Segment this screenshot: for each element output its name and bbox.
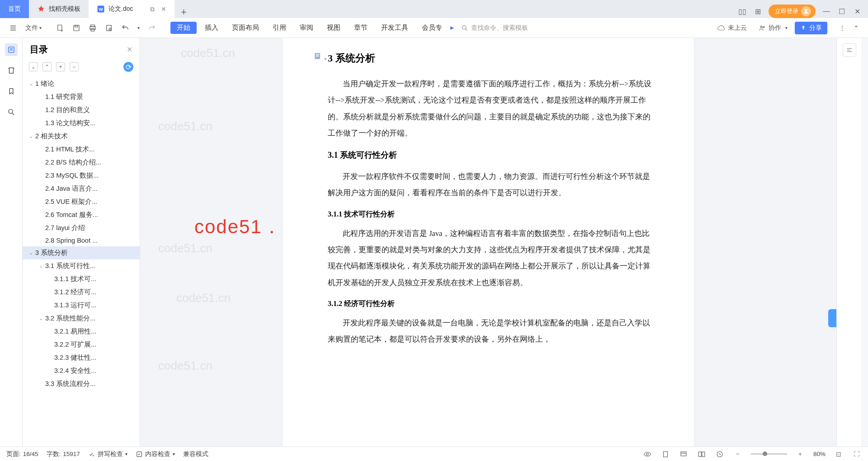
toc-item[interactable]: 2.1 HTML 技术... [23, 143, 140, 156]
print-layout-icon[interactable] [660, 449, 670, 459]
command-search[interactable]: 查找命令、搜索模板 [461, 24, 528, 32]
redo-icon[interactable] [145, 22, 159, 34]
outline-icon[interactable] [5, 43, 18, 56]
print-preview-icon[interactable] [102, 22, 116, 34]
toc-item[interactable]: 3.2.2 可扩展... [23, 338, 140, 351]
menu-insert[interactable]: 插入 [199, 24, 224, 32]
toc-item[interactable]: 2.8 Spring Boot ... [23, 235, 140, 246]
zoom-out-icon[interactable]: − [733, 449, 743, 459]
hamburger-icon[interactable] [6, 22, 20, 34]
login-button[interactable]: 立即登录 [769, 5, 816, 18]
maximize-icon[interactable]: ☐ [837, 7, 846, 16]
tab-bar: 首页 找稻壳模板 W 论文.doc ⧉ ✕ + ▯▯ ⊞ 立即登录 — ☐ ✕ [0, 0, 868, 18]
share-button[interactable]: 分享 [795, 22, 827, 34]
bookmark-icon[interactable] [5, 85, 18, 98]
tab-document[interactable]: W 论文.doc ⧉ ✕ [89, 0, 175, 18]
demote-icon[interactable]: − [70, 62, 79, 71]
more-options-icon[interactable]: ⋮ [836, 23, 848, 33]
toc-item[interactable]: 1.2 目的和意义 [23, 103, 140, 117]
content-check-button[interactable]: 内容检查 ▾ [136, 450, 175, 458]
file-menu[interactable]: 文件 ▾ [23, 22, 44, 34]
toc-item[interactable]: 3.1.1 技术可... [23, 273, 140, 286]
svg-point-11 [462, 25, 466, 29]
toc-item[interactable]: 3.1.3 运行可... [23, 299, 140, 312]
word-count[interactable]: 字数: 15917 [47, 450, 80, 458]
close-window-icon[interactable]: ✕ [853, 7, 862, 16]
toc-item[interactable]: 3.3 系统流程分... [23, 377, 140, 390]
menu-more-icon[interactable]: ▶ [450, 25, 454, 31]
toc-item[interactable]: 2.3 MySQL 数据... [23, 169, 140, 182]
outline-view-icon[interactable] [697, 449, 707, 459]
task-icon[interactable] [5, 64, 18, 77]
toc-item[interactable]: 2.5 VUE 框架介... [23, 195, 140, 208]
zoom-slider[interactable] [751, 453, 787, 455]
refresh-icon[interactable]: ⟳ [123, 62, 133, 72]
menu-chapter[interactable]: 章节 [349, 24, 373, 32]
toc-item[interactable]: 2.7 layui 介绍 [23, 221, 140, 235]
view-settings-icon[interactable] [715, 449, 725, 459]
undo-icon[interactable] [118, 22, 132, 34]
menu-member[interactable]: 会员专 [416, 24, 448, 32]
tab-templates[interactable]: 找稻壳模板 [29, 0, 89, 18]
expand-all-icon[interactable]: ⌃ [42, 62, 52, 71]
svg-point-20 [646, 453, 649, 455]
toc-item[interactable]: 2.2 B/S 结构介绍... [23, 156, 140, 169]
layout-columns-icon[interactable]: ▯▯ [738, 7, 747, 16]
style-panel-icon[interactable] [843, 43, 856, 57]
toc-item[interactable]: 2.6 Tomcat 服务... [23, 208, 140, 221]
cloud-status[interactable]: 未上云 [712, 24, 751, 32]
menu-review[interactable]: 审阅 [294, 24, 319, 32]
popout-icon[interactable]: ⧉ [150, 5, 155, 13]
document-page[interactable]: ▾ 3 系统分析 当用户确定开发一款程序时，是需要遵循下面的顺序进行工作，概括为… [283, 38, 694, 447]
toc-item[interactable]: 3.2.1 易用性... [23, 325, 140, 338]
new-doc-icon[interactable] [53, 22, 67, 34]
collapse-ribbon-icon[interactable]: ⌃ [851, 23, 862, 33]
print-icon[interactable] [86, 22, 99, 34]
promote-icon[interactable]: + [56, 62, 65, 71]
menu-start[interactable]: 开始 [170, 22, 197, 34]
toc-item[interactable]: 1.3 论文结构安... [23, 117, 140, 130]
tab-home[interactable]: 首页 [0, 0, 29, 18]
vertical-scrollbar[interactable] [862, 38, 868, 447]
undo-dropdown[interactable]: ▾ [135, 24, 142, 32]
close-tab-icon[interactable]: ✕ [161, 5, 166, 13]
toc-item[interactable]: 3.2.4 安全性... [23, 364, 140, 377]
menu-layout[interactable]: 页面布局 [226, 24, 264, 32]
menu-view[interactable]: 视图 [321, 24, 346, 32]
menu-reference[interactable]: 引用 [267, 24, 292, 32]
svg-point-15 [9, 109, 13, 113]
new-tab-button[interactable]: + [175, 6, 193, 18]
status-bar: 页面: 16/45 字数: 15917 拼写检查 ▾ 内容检查 ▾ 兼容模式 −… [0, 447, 868, 461]
toc-item[interactable]: 3.2.3 健壮性... [23, 351, 140, 364]
watermark: code51.cn [176, 291, 231, 305]
toc-item[interactable]: 3.1.2 经济可... [23, 286, 140, 299]
close-sidebar-icon[interactable]: ✕ [127, 45, 132, 54]
toc-item[interactable]: ⌄3 系统分析 [23, 246, 140, 259]
search-rail-icon[interactable] [5, 106, 18, 118]
save-icon[interactable] [70, 22, 83, 34]
page-indicator[interactable]: 页面: 16/45 [6, 450, 38, 458]
fit-page-icon[interactable]: ⊡ [834, 449, 844, 459]
zoom-in-icon[interactable]: + [795, 449, 805, 459]
web-layout-icon[interactable] [679, 449, 689, 459]
toc-item[interactable]: ⌄2 相关技术 [23, 130, 140, 143]
people-icon [759, 24, 766, 32]
toc-item[interactable]: ⌄1 绪论 [23, 77, 140, 90]
side-panel-toggle[interactable] [828, 309, 836, 327]
doc-paragraph: 当用户确定开发一款程序时，是需要遵循下面的顺序进行工作，概括为：系统分析-->系… [328, 76, 653, 141]
read-mode-icon[interactable] [642, 449, 652, 459]
toc-item[interactable]: 1.1 研究背景 [23, 90, 140, 103]
minimize-icon[interactable]: — [822, 7, 831, 16]
collapse-all-icon[interactable]: ⌄ [29, 62, 38, 71]
zoom-value[interactable]: 80% [813, 451, 826, 457]
collaborate-button[interactable]: 协作▾ [754, 24, 792, 32]
spell-check-button[interactable]: 拼写检查 ▾ [88, 450, 127, 458]
toc-item[interactable]: ⌄3.2 系统性能分... [23, 312, 140, 325]
toc-item[interactable]: 2.4 Java 语言介... [23, 182, 140, 195]
apps-grid-icon[interactable]: ⊞ [753, 7, 762, 16]
toc-item[interactable]: ⌄3.1 系统可行性... [23, 259, 140, 273]
menu-devtools[interactable]: 开发工具 [376, 24, 414, 32]
compat-mode[interactable]: 兼容模式 [183, 450, 208, 458]
fullscreen-icon[interactable]: ⛶ [852, 449, 862, 459]
svg-rect-18 [316, 56, 319, 56]
